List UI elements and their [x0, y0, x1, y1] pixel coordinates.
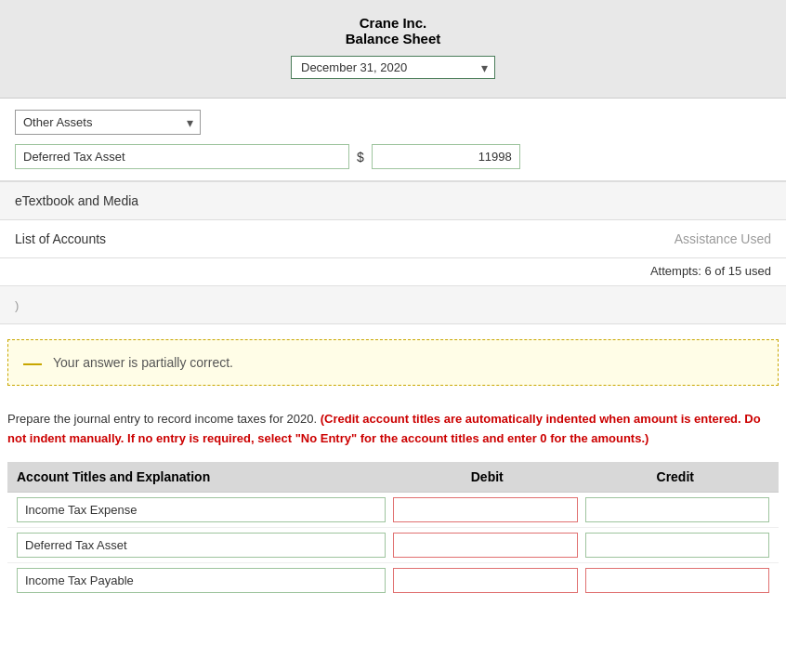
other-assets-dropdown-wrapper[interactable]: Other Assets: [15, 110, 201, 135]
debit-input-3[interactable]: [393, 568, 578, 593]
date-select[interactable]: December 31, 2020: [291, 56, 495, 79]
partial-label: ): [15, 298, 19, 312]
other-assets-select[interactable]: Other Assets: [15, 110, 201, 135]
warning-box: — Your answer is partially correct.: [7, 339, 779, 386]
deferred-tax-label-input[interactable]: [15, 144, 349, 169]
instruction-plain: Prepare the journal entry to record inco…: [7, 412, 317, 426]
other-assets-section: Other Assets $: [0, 99, 786, 181]
etextbook-bar: eTextbook and Media: [0, 181, 786, 220]
account-title-input-2[interactable]: [17, 533, 386, 558]
col-header-credit: Credit: [582, 469, 770, 484]
list-accounts-bar: List of Accounts Assistance Used: [0, 220, 786, 258]
account-title-input-1[interactable]: [17, 497, 386, 522]
journal-table: Account Titles and Explanation Debit Cre…: [0, 462, 786, 598]
date-select-container[interactable]: December 31, 2020: [291, 56, 495, 79]
journal-row-1: [7, 493, 779, 528]
credit-input-1[interactable]: [585, 497, 770, 522]
warning-text: Your answer is partially correct.: [53, 355, 233, 370]
attempts-row: Attempts: 6 of 15 used: [0, 258, 786, 286]
company-name: Crane Inc.: [19, 15, 767, 31]
col-header-debit: Debit: [393, 469, 582, 484]
date-select-wrapper[interactable]: December 31, 2020: [291, 56, 495, 79]
deferred-tax-value-input[interactable]: [372, 144, 520, 169]
debit-input-2[interactable]: [393, 533, 578, 558]
balance-sheet-header: Crane Inc. Balance Sheet December 31, 20…: [0, 0, 786, 99]
deferred-tax-row: $: [15, 144, 771, 169]
journal-table-header: Account Titles and Explanation Debit Cre…: [7, 462, 779, 493]
col-header-account: Account Titles and Explanation: [17, 469, 393, 484]
journal-row-2: [7, 528, 779, 563]
account-title-input-3[interactable]: [17, 568, 386, 593]
credit-input-3[interactable]: [585, 568, 770, 593]
debit-input-1[interactable]: [393, 497, 578, 522]
partial-area: ): [0, 286, 786, 324]
dollar-sign: $: [357, 150, 364, 165]
instruction-section: Prepare the journal entry to record inco…: [0, 401, 786, 462]
assistance-used-label: Assistance Used: [675, 231, 771, 246]
sheet-title: Balance Sheet: [19, 31, 767, 46]
instruction-text: Prepare the journal entry to record inco…: [7, 410, 779, 449]
etextbook-label: eTextbook and Media: [15, 193, 138, 208]
attempts-text: Attempts: 6 of 15 used: [650, 264, 771, 278]
warning-dash-icon: —: [23, 353, 42, 372]
list-accounts-label[interactable]: List of Accounts: [15, 231, 106, 246]
credit-input-2[interactable]: [585, 533, 770, 558]
journal-row-3: [7, 563, 779, 598]
